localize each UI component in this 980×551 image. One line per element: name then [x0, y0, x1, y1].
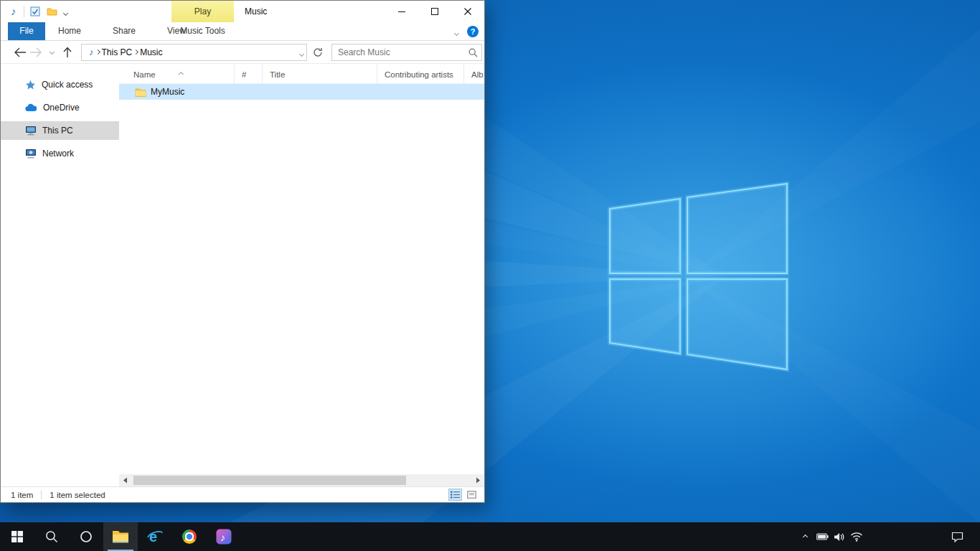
taskbar-chrome-button[interactable] — [172, 522, 207, 551]
expand-ribbon-button[interactable] — [455, 25, 458, 38]
column-header-title[interactable]: Title — [262, 64, 377, 83]
file-list[interactable]: MyMusic — [119, 84, 484, 474]
tab-file[interactable]: File — [8, 22, 45, 40]
cortana-icon — [80, 530, 93, 543]
sidebar-item-label: Quick access — [42, 80, 93, 90]
refresh-button[interactable] — [311, 44, 325, 60]
maximize-button[interactable] — [418, 1, 451, 22]
caption-buttons — [385, 1, 484, 22]
itunes-icon: ♪ — [216, 529, 232, 545]
status-bar: 1 item 1 item selected — [1, 486, 484, 502]
tab-share[interactable]: Share — [103, 22, 145, 40]
action-center-icon — [951, 532, 963, 542]
up-button[interactable] — [60, 44, 75, 60]
window-title: Music — [245, 1, 267, 22]
address-dropdown-icon[interactable] — [300, 46, 303, 59]
search-icon[interactable] — [468, 47, 478, 60]
desktop: ♪ Play Music — [0, 0, 980, 551]
divider — [24, 6, 24, 17]
cortana-button[interactable] — [69, 522, 103, 551]
title-bar[interactable]: ♪ Play Music — [1, 1, 484, 22]
breadcrumb-this-pc[interactable]: This PC — [100, 47, 135, 57]
address-music-icon: ♪ — [87, 47, 96, 57]
recent-locations-dropdown[interactable] — [44, 44, 60, 60]
column-header-name[interactable]: Name — [119, 64, 234, 83]
svg-text:♪: ♪ — [220, 532, 225, 543]
chrome-icon — [182, 529, 197, 544]
divider — [41, 490, 42, 499]
address-bar[interactable]: ♪ This PC Music — [81, 44, 307, 61]
svg-text:e: e — [149, 529, 157, 545]
windows-logo-icon — [11, 531, 23, 542]
column-header-number[interactable]: # — [234, 64, 262, 83]
minimize-button[interactable] — [385, 1, 418, 22]
folder-icon — [135, 88, 146, 97]
wifi-icon[interactable] — [848, 522, 865, 551]
column-header-contributing-artists[interactable]: Contributing artists — [377, 64, 463, 83]
contextual-tab-group-header[interactable]: Play — [171, 1, 234, 22]
star-icon — [25, 80, 36, 90]
speaker-icon[interactable] — [831, 522, 848, 551]
sidebar-item-label: This PC — [42, 126, 73, 136]
qat-new-folder-button[interactable] — [47, 7, 57, 16]
music-note-window-icon: ♪ — [11, 1, 17, 22]
taskbar-file-explorer-button[interactable] — [103, 522, 138, 551]
network-icon — [25, 149, 37, 159]
item-count: 1 item — [11, 491, 33, 499]
horizontal-scrollbar[interactable] — [119, 474, 484, 486]
tray-show-hidden-icons[interactable] — [796, 522, 814, 551]
taskbar-music-app-button[interactable]: ♪ — [207, 522, 241, 551]
search-icon — [45, 530, 58, 543]
large-icons-view-button[interactable] — [465, 489, 479, 501]
navigation-bar: ♪ This PC Music — [1, 41, 484, 64]
taskbar-search-button[interactable] — [34, 522, 69, 551]
search-box — [331, 44, 482, 61]
computer-icon — [25, 126, 37, 136]
sidebar-item-onedrive[interactable]: OneDrive — [1, 98, 119, 117]
scroll-left-icon[interactable] — [119, 474, 131, 486]
scroll-right-icon[interactable] — [472, 474, 484, 486]
files-pane: Name # Title Contributing artists Alb My… — [119, 64, 484, 486]
sidebar-item-label: OneDrive — [43, 103, 80, 113]
back-button[interactable] — [12, 44, 28, 60]
explorer-window: ♪ Play Music — [0, 0, 485, 503]
internet-explorer-icon: e — [146, 528, 164, 545]
file-row-mymusic[interactable]: MyMusic — [119, 84, 484, 100]
scrollbar-thumb[interactable] — [133, 476, 406, 485]
tab-music-tools[interactable]: Music Tools — [171, 22, 234, 40]
details-view-button[interactable] — [448, 489, 462, 501]
sidebar-item-quick-access[interactable]: Quick access — [1, 75, 119, 94]
qat-properties-button[interactable] — [30, 6, 40, 17]
start-button[interactable] — [0, 522, 34, 551]
close-button[interactable] — [451, 1, 484, 22]
system-tray — [796, 522, 865, 551]
search-input[interactable] — [331, 44, 482, 61]
column-headers: Name # Title Contributing artists Alb — [119, 64, 484, 84]
tab-home[interactable]: Home — [49, 22, 90, 40]
taskbar-internet-explorer-button[interactable]: e — [138, 522, 172, 551]
taskbar: e ♪ — [0, 522, 980, 551]
selection-count: 1 item selected — [50, 491, 105, 499]
battery-icon[interactable] — [814, 522, 831, 551]
sidebar-item-label: Network — [42, 149, 74, 159]
view-toggles — [448, 489, 479, 501]
cloud-icon — [25, 103, 37, 112]
breadcrumb-music[interactable]: Music — [138, 47, 164, 57]
file-name: MyMusic — [151, 87, 184, 97]
action-center-button[interactable] — [940, 522, 974, 551]
column-header-album[interactable]: Alb — [463, 64, 484, 83]
file-explorer-icon — [112, 529, 129, 544]
forward-button[interactable] — [28, 44, 44, 60]
quick-access-toolbar — [30, 5, 67, 18]
sidebar-item-network[interactable]: Network — [1, 144, 119, 163]
sidebar-item-this-pc[interactable]: This PC — [1, 121, 119, 140]
help-icon[interactable]: ? — [467, 26, 479, 37]
window-body: Quick access OneDrive This PC Network — [1, 64, 484, 486]
navigation-pane: Quick access OneDrive This PC Network — [1, 64, 119, 486]
qat-customize-button[interactable] — [64, 5, 67, 18]
ribbon-tab-row: File Home Share View Music Tools ? — [1, 22, 484, 41]
sort-ascending-icon — [179, 66, 183, 79]
